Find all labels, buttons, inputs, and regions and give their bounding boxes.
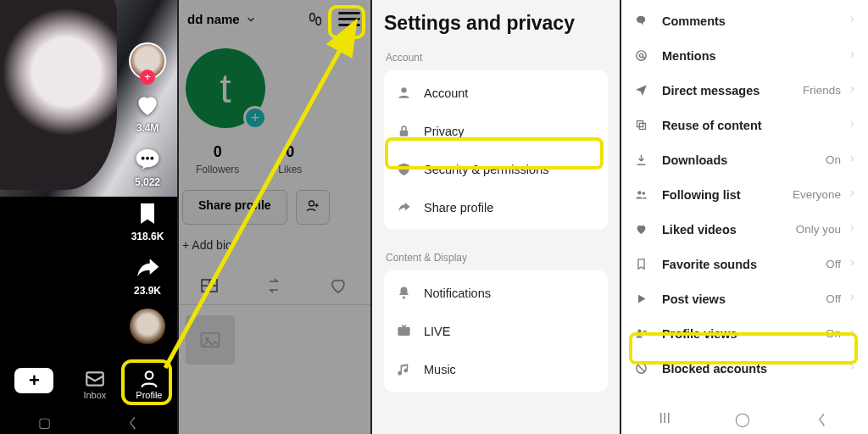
profile-avatar[interactable]: t + <box>186 48 265 128</box>
privacy-row-direct-messages[interactable]: Direct messages Friends <box>620 73 868 108</box>
shield-icon <box>396 161 412 177</box>
settings-live-label: LIVE <box>424 325 450 338</box>
privacy-row-downloads[interactable]: Downloads On <box>620 142 868 177</box>
settings-privacy-label: Privacy <box>424 125 465 138</box>
blocked-icon <box>634 361 648 376</box>
recents-nav-icon[interactable]: III <box>659 411 670 429</box>
reuse-icon <box>634 118 648 132</box>
chevron-right-icon <box>848 14 856 28</box>
followers-label: Followers <box>196 164 239 175</box>
share-profile-button[interactable]: Share profile <box>182 190 287 225</box>
svg-point-2 <box>146 157 149 160</box>
privacy-row-mentions[interactable]: Mentions <box>620 38 868 73</box>
followers-stat[interactable]: 0 Followers <box>196 143 239 176</box>
nav-profile-label: Profile <box>136 390 162 400</box>
chevron-right-icon <box>848 257 856 271</box>
chevron-right-icon <box>848 326 856 341</box>
footsteps-icon[interactable] <box>306 10 325 29</box>
back-nav-icon[interactable]: く <box>815 411 829 429</box>
settings-row-account[interactable]: Account <box>384 74 608 112</box>
chevron-right-icon <box>848 153 856 167</box>
download-icon <box>634 153 648 167</box>
home-nav-icon[interactable]: ◯ <box>735 411 750 429</box>
posts-tab-icon[interactable] <box>199 275 220 296</box>
svg-point-23 <box>642 192 645 195</box>
settings-account-label: Account <box>424 86 468 100</box>
settings-security-label: Security & permissions <box>424 163 548 176</box>
comment-count: 5,022 <box>135 176 160 188</box>
chevron-right-icon <box>848 292 856 306</box>
privacy-row-post-views[interactable]: Post views Off <box>620 281 868 316</box>
account-card: Account Privacy Security & permissions S… <box>384 70 608 230</box>
add-photo-icon[interactable]: + <box>243 106 267 130</box>
svg-rect-20 <box>637 121 643 127</box>
privacy-row-reuse[interactable]: Reuse of content <box>620 108 868 142</box>
settings-row-music[interactable]: Music <box>384 350 608 388</box>
settings-share-profile-label: Share profile <box>424 201 493 214</box>
feed-author-avatar[interactable]: + <box>129 42 166 80</box>
heart-outline-icon <box>634 222 648 236</box>
chevron-right-icon <box>848 361 856 376</box>
person-plus-icon <box>305 198 320 214</box>
add-friends-button[interactable] <box>296 190 330 225</box>
privacy-row-blocked[interactable]: Blocked accounts <box>620 351 868 386</box>
svg-point-5 <box>146 371 153 379</box>
at-icon <box>634 48 648 63</box>
play-icon <box>634 292 648 306</box>
privacy-row-following-list[interactable]: Following list Everyone <box>620 177 868 212</box>
svg-rect-4 <box>86 372 103 385</box>
settings-title: Settings and privacy <box>384 12 608 35</box>
people-icon <box>634 187 648 202</box>
settings-row-share-profile[interactable]: Share profile <box>384 188 608 226</box>
chevron-right-icon <box>848 187 856 202</box>
liked-tab-icon[interactable] <box>328 275 348 296</box>
android-nav-bar: III ◯ く <box>659 411 829 429</box>
add-bio-link[interactable]: + Add bio <box>182 238 370 252</box>
chevron-right-icon <box>848 118 856 132</box>
settings-row-notifications[interactable]: Notifications <box>384 274 608 312</box>
feed-screen: + 3.4M 5,022 318.6K 23.9K <box>0 0 177 434</box>
comments-button[interactable]: 5,022 <box>134 146 161 188</box>
chevron-down-icon <box>245 14 257 25</box>
like-button[interactable]: 3.4M <box>134 92 161 134</box>
profile-name-dropdown[interactable]: dd name <box>187 12 257 26</box>
nav-inbox[interactable]: Inbox <box>80 364 109 403</box>
comment-bubble-icon <box>634 14 648 28</box>
svg-rect-15 <box>400 131 409 136</box>
share-arrow-icon <box>396 199 412 215</box>
privacy-row-profile-views[interactable]: Profile views On <box>620 316 868 351</box>
settings-row-privacy[interactable]: Privacy <box>384 112 608 150</box>
profile-tabs <box>177 275 370 305</box>
svg-rect-21 <box>639 123 645 129</box>
chevron-right-icon <box>848 48 856 63</box>
back-icon[interactable]: く <box>126 415 140 432</box>
reposts-tab-icon[interactable] <box>264 275 284 296</box>
chevron-right-icon <box>848 222 856 236</box>
create-button[interactable]: + <box>11 364 57 397</box>
sound-disc-icon[interactable] <box>130 309 165 344</box>
privacy-row-liked-videos[interactable]: Liked videos Only you <box>620 212 868 247</box>
svg-point-1 <box>142 157 145 160</box>
save-button[interactable]: 318.6K <box>131 200 164 242</box>
privacy-row-favorite-sounds[interactable]: Favorite sounds Off <box>620 247 868 281</box>
share-button[interactable]: 23.9K <box>134 254 161 297</box>
nav-profile[interactable]: Profile <box>132 364 165 403</box>
save-count: 318.6K <box>131 231 164 242</box>
settings-row-live[interactable]: LIVE <box>384 312 608 350</box>
feed-action-rail: + 3.4M 5,022 318.6K 23.9K <box>125 42 170 348</box>
empty-post-thumb <box>186 315 235 364</box>
avatar-circle-icon: + <box>129 42 166 80</box>
bell-icon <box>396 285 412 301</box>
settings-row-security[interactable]: Security & permissions <box>384 150 608 188</box>
privacy-row-comments[interactable]: Comments <box>620 3 868 38</box>
follow-plus-icon[interactable]: + <box>140 70 155 85</box>
svg-point-22 <box>637 191 641 194</box>
svg-point-16 <box>403 296 405 298</box>
profile-stats: 0 Followers 0 Likes <box>196 143 370 176</box>
recents-icon[interactable]: ▢ <box>38 415 51 432</box>
share-icon <box>134 254 161 281</box>
hamburger-menu-button[interactable] <box>338 8 360 30</box>
likes-stat[interactable]: 0 Likes <box>278 143 302 176</box>
svg-point-18 <box>636 51 645 60</box>
svg-point-24 <box>637 330 641 333</box>
